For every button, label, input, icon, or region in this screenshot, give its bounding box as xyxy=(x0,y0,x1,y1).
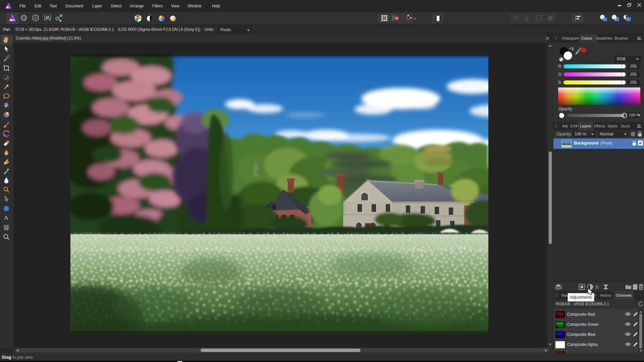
svg-text:fx: fx xyxy=(595,284,599,290)
